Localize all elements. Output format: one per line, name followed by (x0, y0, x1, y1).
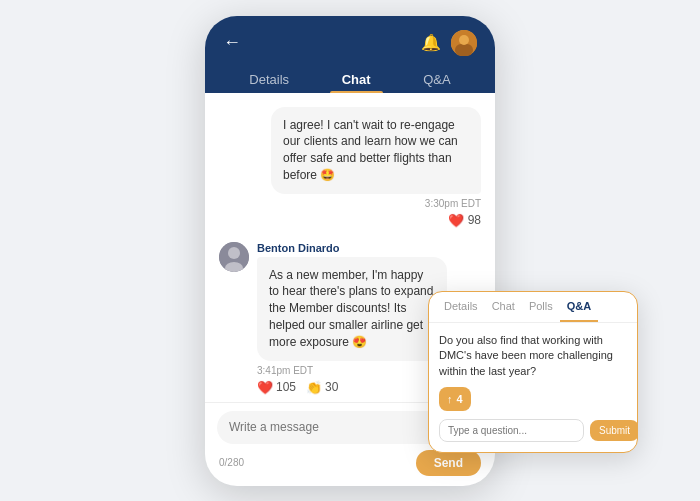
phone-header: ← 🔔 Details Chat Q&A (205, 16, 495, 93)
send-button[interactable]: Send (416, 450, 481, 476)
input-footer: 0/280 Send (217, 450, 483, 476)
reaction-clap-group: 👏 30 (306, 380, 338, 395)
svg-point-2 (459, 35, 469, 45)
heart-icon: ❤️ (448, 213, 464, 228)
card-secondary: Details Chat Polls Q&A Do you also find … (428, 291, 638, 453)
card-tab-details[interactable]: Details (437, 292, 485, 322)
card-submit-button[interactable]: Submit (590, 420, 638, 441)
card-question: Do you also find that working with DMC's… (439, 333, 627, 379)
sender-name: Benton Dinardo (257, 242, 447, 254)
reaction-count-clap: 30 (325, 380, 338, 394)
bubble-right: I agree! I can't wait to re-engage our c… (271, 107, 481, 194)
card-tab-qa[interactable]: Q&A (560, 292, 598, 322)
reactions-left: ❤️ 105 👏 30 (257, 380, 338, 395)
card-tabs: Details Chat Polls Q&A (429, 292, 637, 323)
reactions-right: ❤️ 98 (448, 213, 481, 228)
msg-time-right: 3:30pm EDT (425, 198, 481, 209)
msg-left-row: Benton Dinardo As a new member, I'm happ… (219, 242, 447, 361)
char-count: 0/280 (219, 457, 244, 468)
message-input[interactable] (229, 420, 451, 434)
reaction-count-right: 98 (468, 213, 481, 227)
header-icons: 🔔 (421, 30, 477, 56)
reaction-heart-group: ❤️ 105 (257, 380, 296, 395)
bell-icon[interactable]: 🔔 (421, 33, 441, 52)
card-body: Do you also find that working with DMC's… (429, 323, 637, 452)
question-input[interactable] (439, 419, 584, 442)
sender-avatar (219, 242, 249, 272)
tab-qa[interactable]: Q&A (411, 66, 462, 93)
card-tab-polls[interactable]: Polls (522, 292, 560, 322)
bubble-left: As a new member, I'm happy to hear there… (257, 257, 447, 361)
reaction-count-heart: 105 (276, 380, 296, 394)
card-input-row: Submit (439, 419, 627, 442)
avatar (451, 30, 477, 56)
upvote-icon: ↑ (447, 393, 453, 405)
svg-point-4 (228, 247, 240, 259)
scene: ← 🔔 Details Chat Q&A (0, 0, 700, 501)
message-right: I agree! I can't wait to re-engage our c… (219, 107, 481, 228)
tabs: Details Chat Q&A (223, 66, 477, 93)
heart-icon-left: ❤️ (257, 380, 273, 395)
tab-chat[interactable]: Chat (330, 66, 383, 93)
tab-details[interactable]: Details (237, 66, 301, 93)
clap-icon: 👏 (306, 380, 322, 395)
back-button[interactable]: ← (223, 32, 241, 53)
card-tab-chat[interactable]: Chat (485, 292, 522, 322)
vote-count: 4 (457, 393, 463, 405)
msg-time-left: 3:41pm EDT (257, 365, 313, 376)
svg-rect-1 (455, 44, 473, 56)
vote-button[interactable]: ↑ 4 (439, 387, 471, 411)
